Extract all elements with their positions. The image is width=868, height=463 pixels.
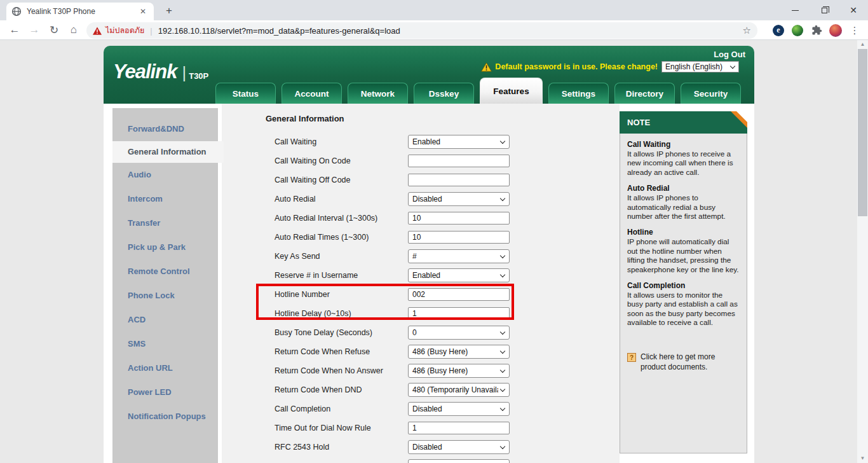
select-auto-redial[interactable]: Disabled bbox=[408, 192, 510, 206]
url-text[interactable]: 192.168.10.118/servlet?m=mod_data&p=feat… bbox=[158, 26, 739, 36]
note-section-hotline: HotlineIP phone will automatically dial … bbox=[627, 228, 740, 274]
extensions-puzzle-icon[interactable] bbox=[808, 22, 825, 39]
scroll-up-arrow[interactable]: ▲ bbox=[857, 40, 868, 49]
chevron-down-icon bbox=[500, 443, 505, 448]
form-row-return-code-when-dnd: Return Code When DND480 (Temporarily Una… bbox=[104, 380, 620, 399]
select-reserve-in-username[interactable]: Enabled bbox=[408, 268, 510, 282]
form-row-hotline-number: Hotline Number bbox=[104, 285, 620, 304]
not-secure-label[interactable]: ไม่ปลอดภัย bbox=[105, 24, 144, 37]
tab-close-icon[interactable]: ✕ bbox=[137, 7, 149, 16]
profile-avatar[interactable] bbox=[827, 22, 844, 39]
logo-text: Yealink bbox=[113, 62, 177, 81]
chevron-down-icon bbox=[500, 367, 505, 372]
restore-button[interactable] bbox=[810, 0, 839, 20]
yealink-admin-page: Log Out Default password is in use. Plea… bbox=[104, 46, 754, 463]
label-call-waiting-off-code: Call Waiting Off Code bbox=[275, 176, 351, 184]
web-page: Log Out Default password is in use. Plea… bbox=[0, 40, 868, 463]
tab-directory[interactable]: Directory bbox=[614, 83, 675, 104]
tab-status[interactable]: Status bbox=[215, 83, 276, 104]
form-row-rfc-2543-hold: RFC 2543 HoldDisabled bbox=[104, 438, 620, 457]
scroll-down-arrow[interactable]: ▼ bbox=[857, 454, 868, 463]
doc-link-text[interactable]: Click here to get more product documents… bbox=[641, 352, 740, 372]
extension-e-icon[interactable]: e bbox=[770, 22, 787, 39]
close-button[interactable]: ✕ bbox=[839, 0, 868, 20]
form-row-use-outbound-proxy-in-dialog: Use Outbound Proxy In DialogDisabled bbox=[104, 457, 620, 463]
select-return-code-when-refuse[interactable]: 486 (Busy Here) bbox=[408, 345, 510, 359]
form-row-call-waiting-on-code: Call Waiting On Code bbox=[104, 151, 620, 170]
form-row-call-completion: Call CompletionDisabled bbox=[104, 399, 620, 418]
label-auto-redial-interval-1-300s: Auto Redial Interval (1~300s) bbox=[275, 214, 377, 223]
select-call-waiting[interactable]: Enabled bbox=[408, 135, 510, 149]
field-hotline-delay-0-10s bbox=[408, 307, 510, 320]
note-header: NOTE bbox=[620, 111, 747, 134]
extension-idm-globe-icon[interactable] bbox=[789, 22, 806, 39]
note-section-text: It allows IP phones to receive a new inc… bbox=[627, 149, 740, 177]
logo-model: T30P bbox=[189, 71, 208, 81]
back-button[interactable]: ← bbox=[6, 24, 23, 36]
tab-settings[interactable]: Settings bbox=[548, 83, 609, 104]
form-row-key-as-send: Key As Send# bbox=[104, 247, 620, 266]
select-use-outbound-proxy-in-dialog[interactable]: Disabled bbox=[408, 459, 510, 463]
minimize-button[interactable] bbox=[780, 0, 810, 20]
select-return-code-when-no-answer[interactable]: 486 (Busy Here) bbox=[408, 364, 510, 378]
input-auto-redial-interval-1-300s[interactable] bbox=[408, 212, 510, 225]
field-call-waiting-off-code bbox=[408, 174, 510, 186]
note-title: NOTE bbox=[627, 118, 650, 127]
tab-features[interactable]: Features bbox=[480, 78, 543, 104]
form-row-hotline-delay-0-10s: Hotline Delay (0~10s) bbox=[104, 304, 620, 323]
select-call-completion[interactable]: Disabled bbox=[408, 402, 510, 416]
input-call-waiting-off-code[interactable] bbox=[408, 174, 510, 186]
product-documents-link[interactable]: ? Click here to get more product documen… bbox=[627, 352, 740, 372]
note-section-title: Call Completion bbox=[627, 281, 740, 290]
select-rfc-2543-hold[interactable]: Disabled bbox=[408, 440, 510, 454]
chevron-down-icon bbox=[730, 63, 735, 68]
input-call-waiting-on-code[interactable] bbox=[408, 155, 510, 167]
page-scrollbar[interactable]: ▲ ▼ bbox=[857, 40, 868, 463]
label-call-completion: Call Completion bbox=[275, 404, 330, 413]
chevron-down-icon bbox=[500, 252, 505, 258]
page-title: General Information bbox=[266, 114, 344, 123]
chevron-down-icon bbox=[500, 138, 505, 143]
input-time-out-for-dial-now-rule[interactable] bbox=[408, 422, 510, 434]
forward-button[interactable]: → bbox=[26, 24, 43, 36]
browser-tab[interactable]: Yealink T30P Phone ✕ bbox=[6, 3, 154, 20]
input-hotline-number[interactable] bbox=[408, 288, 510, 301]
language-select[interactable]: English (English) bbox=[661, 61, 739, 73]
label-rfc-2543-hold: RFC 2543 Hold bbox=[275, 443, 329, 452]
input-auto-redial-times-1-300[interactable] bbox=[408, 231, 510, 244]
bookmark-star-icon[interactable]: ☆ bbox=[743, 25, 751, 36]
select-value: Enabled bbox=[412, 137, 498, 146]
not-secure-warning-icon[interactable] bbox=[93, 27, 102, 35]
tab-dsskey[interactable]: Dsskey bbox=[414, 83, 474, 104]
logout-link[interactable]: Log Out bbox=[714, 50, 745, 59]
tab-account[interactable]: Account bbox=[281, 83, 342, 104]
site-header: Log Out Default password is in use. Plea… bbox=[104, 46, 754, 104]
input-hotline-delay-0-10s[interactable] bbox=[408, 307, 510, 320]
form-row-time-out-for-dial-now-rule: Time Out for Dial Now Rule bbox=[104, 418, 620, 438]
yealink-logo: Yealink | T30P bbox=[113, 62, 208, 81]
select-key-as-send[interactable]: # bbox=[408, 249, 510, 263]
select-busy-tone-delay-seconds[interactable]: 0 bbox=[408, 326, 510, 340]
logo-divider: | bbox=[182, 64, 186, 81]
select-value: Disabled bbox=[412, 443, 498, 452]
select-return-code-when-dnd[interactable]: 480 (Temporarily Unavailable) bbox=[408, 383, 510, 397]
help-icon: ? bbox=[627, 353, 636, 362]
form-row-call-waiting: Call WaitingEnabled bbox=[104, 132, 620, 151]
label-busy-tone-delay-seconds: Busy Tone Delay (Seconds) bbox=[275, 328, 372, 337]
label-call-waiting: Call Waiting bbox=[275, 137, 316, 146]
home-button[interactable]: ⌂ bbox=[65, 24, 82, 36]
reload-button[interactable]: ↻ bbox=[46, 24, 62, 37]
minimize-icon bbox=[792, 10, 799, 11]
new-tab-button[interactable]: + bbox=[161, 4, 177, 19]
select-value: Enabled bbox=[412, 271, 498, 280]
tab-network[interactable]: Network bbox=[348, 83, 408, 104]
scrollbar-thumb[interactable] bbox=[858, 49, 867, 216]
warning-triangle-icon bbox=[481, 62, 492, 72]
label-time-out-for-dial-now-rule: Time Out for Dial Now Rule bbox=[275, 424, 371, 432]
address-bar[interactable]: ไม่ปลอดภัย | 192.168.10.118/servlet?m=mo… bbox=[86, 22, 757, 39]
chevron-down-icon bbox=[500, 348, 505, 353]
tab-security[interactable]: Security bbox=[681, 83, 741, 104]
chevron-down-icon bbox=[500, 272, 505, 277]
select-value: Disabled bbox=[412, 404, 498, 413]
browser-menu-button[interactable]: ⋮ bbox=[846, 22, 863, 39]
